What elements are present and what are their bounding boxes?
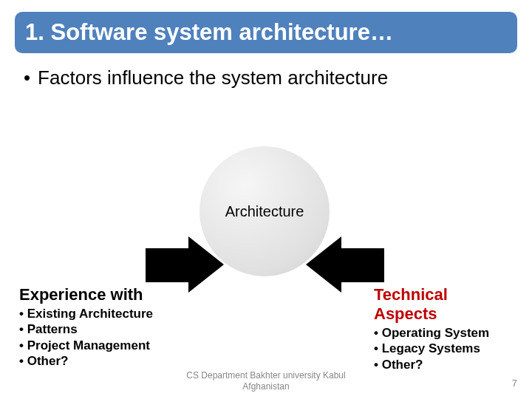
experience-heading: Experience with bbox=[19, 285, 189, 304]
bullet-dot: • bbox=[24, 66, 30, 89]
technical-items: • Operating System • Legacy Systems • Ot… bbox=[374, 325, 514, 372]
technical-block: Technical Aspects • Operating System • L… bbox=[374, 285, 514, 372]
slide-number: 7 bbox=[512, 378, 517, 389]
list-item: • Operating System bbox=[374, 325, 514, 341]
slide-title: 1. Software system architecture… bbox=[15, 12, 517, 53]
experience-block: Experience with • Existing Architecture … bbox=[19, 285, 189, 369]
footer: CS Department Bakhter university Kabul A… bbox=[0, 370, 532, 392]
list-item: • Project Management bbox=[19, 338, 189, 353]
technical-heading: Technical Aspects bbox=[374, 285, 514, 324]
list-item: • Patterns bbox=[19, 321, 189, 337]
circle-label: Architecture bbox=[225, 203, 304, 220]
experience-items: • Existing Architecture • Patterns • Pro… bbox=[19, 306, 189, 369]
footer-line2: Afghanistan bbox=[242, 381, 289, 392]
list-item: • Existing Architecture bbox=[19, 306, 189, 321]
main-bullet: •Factors influence the system architectu… bbox=[19, 66, 513, 89]
list-item: • Other? bbox=[19, 353, 189, 369]
footer-line1: CS Department Bakhter university Kabul bbox=[186, 370, 345, 381]
main-bullet-text: Factors influence the system architectur… bbox=[38, 66, 388, 89]
list-item: • Legacy Systems bbox=[374, 341, 514, 356]
